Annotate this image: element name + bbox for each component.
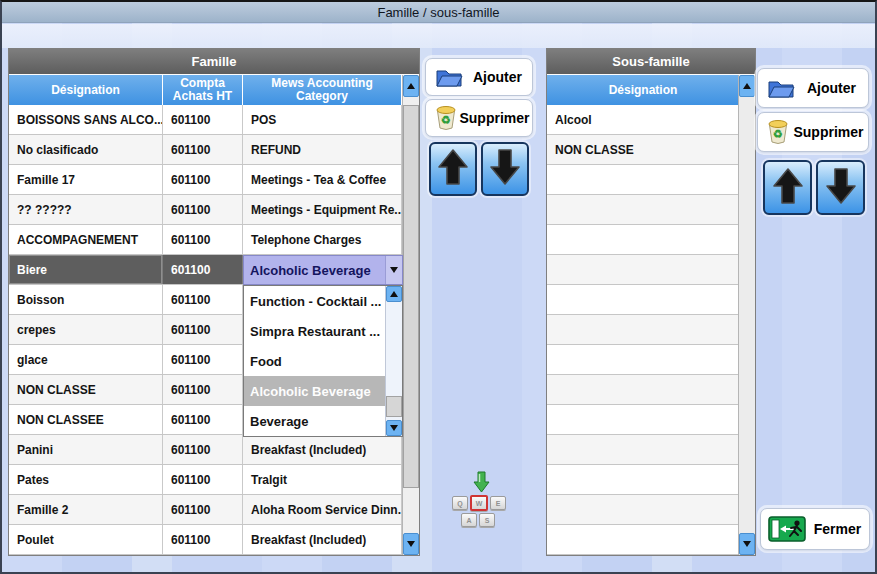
cell-compta: 601100 — [163, 435, 243, 464]
table-row[interactable]: Pates 601100 Tralgit — [9, 465, 419, 495]
table-row[interactable] — [547, 495, 755, 525]
table-row[interactable]: ACCOMPAGNEMENT 601100 Telephone Charges — [9, 225, 419, 255]
cell-compta: 601100 — [163, 165, 243, 194]
table-row[interactable]: Alcool — [547, 105, 755, 135]
table-row[interactable]: Famille 2 601100 Aloha Room Service Dinn… — [9, 495, 419, 525]
table-row[interactable] — [547, 525, 755, 555]
table-row[interactable]: BOISSONS SANS ALCO... 601100 POS — [9, 105, 419, 135]
famille-sous-famille-window: Famille / sous-famille Famille Désignati… — [0, 0, 877, 574]
dropdown-scrollbar[interactable] — [385, 286, 402, 436]
table-row[interactable] — [547, 195, 755, 225]
table-row[interactable]: NON CLASSE — [547, 135, 755, 165]
cell-designation: crepes — [9, 315, 163, 344]
green-down-arrow-icon — [473, 471, 490, 498]
cell-designation: NON CLASSE — [9, 375, 163, 404]
cell-compta: 601100 — [163, 285, 243, 314]
cell-compta: 601100 — [163, 105, 243, 134]
cell-compta: 601100 — [163, 345, 243, 374]
sous-famille-column-headers: Désignation — [547, 75, 755, 105]
exit-door-icon — [768, 515, 806, 543]
key-e: E — [490, 496, 506, 510]
button-label: Ajouter — [463, 69, 532, 85]
table-row[interactable] — [547, 375, 755, 405]
arrow-up-icon — [771, 166, 805, 210]
key-a: A — [461, 513, 477, 527]
triangle-up-icon — [390, 291, 398, 297]
cell-designation: Biere — [9, 255, 163, 284]
cell-mews: Breakfast (Included) — [243, 525, 402, 554]
famille-scrollbar[interactable] — [402, 75, 419, 555]
table-row[interactable]: Panini 601100 Breakfast (Included) — [9, 435, 419, 465]
famille-move-down-button[interactable] — [481, 142, 529, 196]
scroll-down-button[interactable] — [739, 533, 755, 555]
scroll-down-button[interactable] — [403, 533, 419, 555]
cell-mews: POS — [243, 105, 402, 134]
sous-famille-scrollbar[interactable] — [738, 75, 755, 555]
table-row[interactable] — [547, 315, 755, 345]
scrollbar-thumb[interactable] — [403, 105, 419, 488]
cell-compta: 601100 — [163, 315, 243, 344]
dropdown-option[interactable]: Function - Cocktail ... — [244, 286, 385, 316]
table-row[interactable]: ?? ????? 601100 Meetings - Equipment Re.… — [9, 195, 419, 225]
cell-mews: REFUND — [243, 135, 402, 164]
dropdown-option-highlighted[interactable]: Alcoholic Beverage — [244, 376, 385, 406]
table-row[interactable] — [547, 345, 755, 375]
cell-mews: Telephone Charges — [243, 225, 402, 254]
cell-designation: NON CLASSEE — [9, 405, 163, 434]
famille-supprimer-button[interactable]: ♻ Supprimer — [425, 99, 533, 137]
sous-famille-rows: Alcool NON CLASSE — [547, 105, 755, 555]
table-row[interactable]: Poulet 601100 Breakfast (Included) — [9, 525, 419, 555]
table-row[interactable] — [547, 225, 755, 255]
sous-famille-move-up-button[interactable] — [763, 160, 812, 215]
table-row[interactable] — [547, 165, 755, 195]
sous-famille-move-down-button[interactable] — [816, 160, 865, 215]
sous-famille-ajouter-button[interactable]: Ajouter — [757, 68, 869, 108]
dropdown-option[interactable]: Food — [244, 346, 385, 376]
cell-mews: Tralgit — [243, 465, 402, 494]
arrow-up-icon — [436, 147, 470, 191]
triangle-up-icon — [407, 83, 415, 89]
table-row[interactable]: Famille 17 601100 Meetings - Tea & Coffe… — [9, 165, 419, 195]
cell-mews: Meetings - Tea & Coffee — [243, 165, 402, 194]
cell-mews: Meetings - Equipment Re... — [243, 195, 402, 224]
cell-designation: Poulet — [9, 525, 163, 554]
scroll-up-button[interactable] — [739, 75, 755, 97]
cell-designation: Boisson — [9, 285, 163, 314]
scroll-down-button[interactable] — [386, 420, 402, 436]
cell-compta: 601100 — [163, 225, 243, 254]
dropdown-option[interactable]: Simpra Restaurant ... — [244, 316, 385, 346]
cell-compta: 601100 — [163, 375, 243, 404]
trash-recycle-icon: ♻ — [767, 119, 789, 145]
scroll-up-button[interactable] — [403, 75, 419, 97]
trash-recycle-icon: ♻ — [435, 105, 457, 131]
cell-designation: Famille 17 — [9, 165, 163, 194]
cell-compta: 601100 — [163, 525, 243, 554]
sous-famille-table: Sous-famille Désignation Alcool NON CLAS… — [546, 48, 756, 556]
combobox-value: Alcoholic Beverage — [244, 256, 385, 284]
cell-compta: 601100 — [163, 495, 243, 524]
button-label: Fermer — [806, 521, 869, 537]
mews-category-combobox[interactable]: Alcoholic Beverage — [243, 255, 403, 285]
table-row[interactable]: No clasificado 601100 REFUND — [9, 135, 419, 165]
column-header-designation[interactable]: Désignation — [9, 75, 163, 105]
table-row[interactable] — [547, 405, 755, 435]
table-row[interactable] — [547, 255, 755, 285]
cell-compta: 601100 — [163, 255, 243, 284]
fermer-button[interactable]: Fermer — [760, 508, 870, 550]
button-label: Supprimer — [789, 124, 868, 140]
famille-move-up-button[interactable] — [429, 142, 477, 196]
table-row[interactable] — [547, 285, 755, 315]
table-row[interactable] — [547, 465, 755, 495]
column-header-designation[interactable]: Désignation — [547, 75, 740, 105]
table-row[interactable] — [547, 435, 755, 465]
scroll-up-button[interactable] — [386, 286, 402, 302]
famille-ajouter-button[interactable]: Ajouter — [425, 58, 533, 96]
dropdown-option[interactable]: Beverage — [244, 406, 385, 436]
triangle-up-icon — [743, 83, 751, 89]
scrollbar-thumb[interactable] — [386, 396, 402, 417]
column-header-compta[interactable]: Compta Achats HT — [163, 75, 243, 105]
column-header-mews[interactable]: Mews Accounting Category — [243, 75, 402, 105]
key-w: W — [470, 495, 488, 511]
sous-famille-supprimer-button[interactable]: ♻ Supprimer — [757, 112, 869, 152]
combobox-dropdown-button[interactable] — [385, 256, 402, 284]
